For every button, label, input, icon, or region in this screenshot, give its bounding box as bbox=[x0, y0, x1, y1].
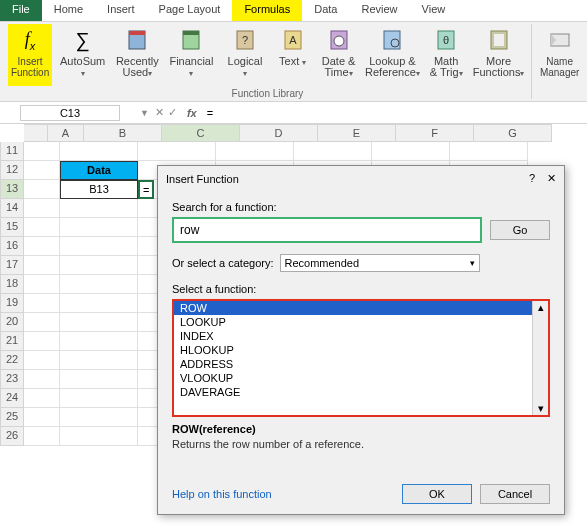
lookup-ref-button[interactable]: Lookup & Reference▾ bbox=[363, 24, 423, 86]
row-header[interactable]: 18 bbox=[0, 275, 24, 294]
close-icon[interactable]: ✕ bbox=[547, 172, 556, 185]
scroll-down-icon[interactable]: ▾ bbox=[538, 402, 544, 415]
col-header[interactable]: A bbox=[48, 124, 84, 142]
cell[interactable] bbox=[24, 199, 60, 218]
row-header[interactable]: 23 bbox=[0, 370, 24, 389]
row-header[interactable]: 25 bbox=[0, 408, 24, 427]
scroll-up-icon[interactable]: ▴ bbox=[538, 301, 544, 314]
cell[interactable] bbox=[450, 142, 528, 161]
cell[interactable] bbox=[24, 389, 60, 408]
row-header[interactable]: 21 bbox=[0, 332, 24, 351]
cell[interactable] bbox=[24, 313, 60, 332]
cell[interactable] bbox=[60, 313, 138, 332]
cell[interactable] bbox=[24, 256, 60, 275]
cell[interactable] bbox=[60, 237, 138, 256]
formula-input[interactable]: = bbox=[201, 105, 587, 121]
recently-used-button[interactable]: Recently Used▾ bbox=[113, 24, 161, 86]
row-header[interactable]: 24 bbox=[0, 389, 24, 408]
math-trig-button[interactable]: θ Math & Trig▾ bbox=[424, 24, 468, 86]
search-function-input[interactable]: row bbox=[172, 217, 482, 243]
tab-review[interactable]: Review bbox=[349, 0, 409, 21]
cell[interactable] bbox=[24, 142, 60, 161]
row-header[interactable]: 20 bbox=[0, 313, 24, 332]
tab-formulas[interactable]: Formulas bbox=[232, 0, 302, 21]
cell[interactable] bbox=[24, 294, 60, 313]
cell[interactable] bbox=[24, 275, 60, 294]
col-header[interactable]: D bbox=[240, 124, 318, 142]
cell[interactable] bbox=[60, 427, 138, 446]
cell[interactable]: B13 bbox=[60, 180, 138, 199]
function-item[interactable]: HLOOKUP bbox=[174, 343, 548, 357]
cell[interactable] bbox=[138, 142, 216, 161]
col-header[interactable]: E bbox=[318, 124, 396, 142]
tab-home[interactable]: Home bbox=[42, 0, 95, 21]
function-item[interactable]: LOOKUP bbox=[174, 315, 548, 329]
function-item[interactable]: INDEX bbox=[174, 329, 548, 343]
row-header[interactable]: 16 bbox=[0, 237, 24, 256]
go-button[interactable]: Go bbox=[490, 220, 550, 240]
cell[interactable] bbox=[24, 218, 60, 237]
tab-file[interactable]: File bbox=[0, 0, 42, 21]
chevron-down-icon[interactable]: ▼ bbox=[140, 108, 149, 118]
cell[interactable] bbox=[60, 199, 138, 218]
cell[interactable] bbox=[24, 180, 60, 199]
tab-insert[interactable]: Insert bbox=[95, 0, 147, 21]
cell[interactable] bbox=[60, 275, 138, 294]
ok-button[interactable]: OK bbox=[402, 484, 472, 504]
row-header[interactable]: 22 bbox=[0, 351, 24, 370]
tab-view[interactable]: View bbox=[410, 0, 458, 21]
scrollbar[interactable]: ▴▾ bbox=[532, 301, 548, 415]
col-header[interactable]: F bbox=[396, 124, 474, 142]
row-header[interactable]: 12 bbox=[0, 161, 24, 180]
cell[interactable] bbox=[24, 370, 60, 389]
accept-formula-icon[interactable]: ✓ bbox=[168, 106, 177, 119]
date-time-button[interactable]: Date & Time▾ bbox=[317, 24, 361, 86]
text-button[interactable]: A Text ▾ bbox=[271, 24, 315, 86]
name-manager-button[interactable]: Name Manager bbox=[536, 24, 583, 86]
cell[interactable] bbox=[60, 256, 138, 275]
cell[interactable] bbox=[60, 218, 138, 237]
tab-data[interactable]: Data bbox=[302, 0, 349, 21]
name-box[interactable]: C13 bbox=[20, 105, 120, 121]
cell[interactable]: = bbox=[138, 180, 154, 199]
cell[interactable] bbox=[24, 351, 60, 370]
cell[interactable] bbox=[24, 408, 60, 427]
financial-button[interactable]: Financial ▾ bbox=[163, 24, 219, 86]
cell[interactable] bbox=[60, 294, 138, 313]
function-item[interactable]: ADDRESS bbox=[174, 357, 548, 371]
cell[interactable] bbox=[372, 142, 450, 161]
cell[interactable]: Data bbox=[60, 161, 138, 180]
more-functions-button[interactable]: More Functions▾ bbox=[470, 24, 527, 86]
cell[interactable] bbox=[60, 389, 138, 408]
cell[interactable] bbox=[60, 351, 138, 370]
function-item[interactable]: DAVERAGE bbox=[174, 385, 548, 399]
col-header[interactable]: G bbox=[474, 124, 552, 142]
row-header[interactable]: 19 bbox=[0, 294, 24, 313]
function-list[interactable]: ROW LOOKUP INDEX HLOOKUP ADDRESS VLOOKUP… bbox=[172, 299, 550, 417]
row-header[interactable]: 13 bbox=[0, 180, 24, 199]
row-header[interactable]: 17 bbox=[0, 256, 24, 275]
cell[interactable] bbox=[24, 237, 60, 256]
cell[interactable] bbox=[24, 161, 60, 180]
fx-icon[interactable]: fx bbox=[183, 107, 201, 119]
cell[interactable] bbox=[216, 142, 294, 161]
col-header[interactable]: C bbox=[162, 124, 240, 142]
row-header[interactable]: 26 bbox=[0, 427, 24, 446]
cancel-button[interactable]: Cancel bbox=[480, 484, 550, 504]
help-link[interactable]: Help on this function bbox=[172, 488, 272, 500]
col-header[interactable]: B bbox=[84, 124, 162, 142]
row-header[interactable]: 14 bbox=[0, 199, 24, 218]
cell[interactable] bbox=[60, 142, 138, 161]
row-header[interactable]: 15 bbox=[0, 218, 24, 237]
select-all-cell[interactable] bbox=[24, 124, 48, 142]
logical-button[interactable]: ? Logical ▾ bbox=[221, 24, 268, 86]
cell[interactable] bbox=[60, 408, 138, 427]
insert-function-button[interactable]: fx Insert Function bbox=[8, 24, 52, 86]
cell[interactable] bbox=[24, 427, 60, 446]
cell[interactable] bbox=[24, 332, 60, 351]
cell[interactable] bbox=[60, 332, 138, 351]
autosum-button[interactable]: ∑ AutoSum ▾ bbox=[54, 24, 111, 86]
function-item[interactable]: VLOOKUP bbox=[174, 371, 548, 385]
cancel-formula-icon[interactable]: ✕ bbox=[155, 106, 164, 119]
cell[interactable] bbox=[294, 142, 372, 161]
